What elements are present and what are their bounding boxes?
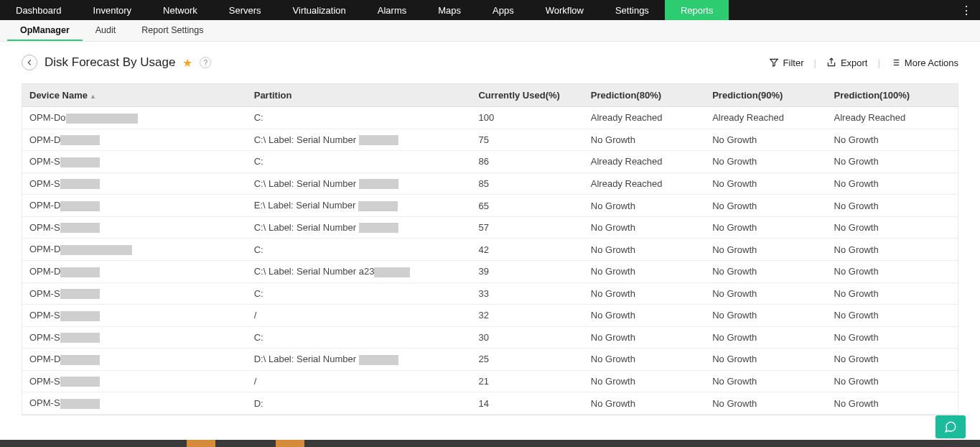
cell-used: 86 (471, 151, 583, 173)
table-row[interactable]: OPM-DC:\ Label: Serial Number 75No Growt… (22, 129, 958, 151)
bottom-bar (0, 440, 980, 447)
filter-button[interactable]: Filter (769, 57, 804, 68)
cell-partition: D:\ Label: Serial Number (247, 349, 472, 371)
col-p100[interactable]: Prediction(100%) (827, 84, 958, 107)
page-actions: Filter | Export | More Actions (769, 57, 958, 68)
table-row[interactable]: OPM-DC:\ Label: Serial Number a2339No Gr… (22, 260, 958, 282)
cell-p80: No Growth (584, 305, 705, 327)
subnav-item-audit[interactable]: Audit (83, 20, 129, 41)
kebab-menu-icon[interactable]: ⋮ (961, 0, 971, 20)
cell-partition: D: (247, 392, 472, 415)
col-used[interactable]: Currently Used(%) (471, 84, 583, 107)
cell-p100: No Growth (827, 129, 958, 151)
cell-used: 33 (471, 282, 583, 305)
col-device[interactable]: Device Name▲ (22, 84, 247, 107)
nav-item-reports[interactable]: Reports (665, 0, 729, 20)
cell-used: 32 (471, 305, 583, 327)
cell-p90: No Growth (705, 195, 826, 217)
cell-partition: C:\ Label: Serial Number (247, 172, 472, 195)
report-table: Device Name▲ Partition Currently Used(%)… (22, 83, 958, 415)
table-row[interactable]: OPM-S/21No GrowthNo GrowthNo Growth (22, 370, 958, 392)
help-icon[interactable]: ? (200, 57, 211, 68)
nav-item-maps[interactable]: Maps (422, 0, 477, 20)
table-row[interactable]: OPM-DC:42No GrowthNo GrowthNo Growth (22, 239, 958, 261)
cell-device: OPM-S (22, 370, 247, 392)
cell-device: OPM-D (22, 195, 247, 217)
table-row[interactable]: OPM-SC:86Already ReachedNo GrowthNo Grow… (22, 151, 958, 173)
cell-p100: No Growth (827, 349, 958, 371)
star-icon[interactable]: ★ (182, 56, 192, 70)
col-p80[interactable]: Prediction(80%) (584, 84, 705, 107)
separator: | (877, 57, 879, 68)
cell-device: OPM-S (22, 282, 247, 305)
export-button[interactable]: Export (826, 57, 868, 68)
cell-p100: No Growth (827, 370, 958, 392)
separator: | (813, 57, 816, 68)
cell-partition: C: (247, 282, 472, 305)
cell-partition: C:\ Label: Serial Number (247, 216, 472, 239)
nav-item-dashboard[interactable]: Dashboard (0, 0, 78, 20)
table-row[interactable]: OPM-DD:\ Label: Serial Number 25No Growt… (22, 349, 958, 371)
cell-p80: No Growth (584, 282, 705, 305)
svg-marker-0 (770, 59, 778, 66)
cell-partition: C:\ Label: Serial Number (247, 129, 472, 151)
cell-used: 75 (471, 129, 583, 151)
nav-item-virtualization[interactable]: Virtualization (277, 0, 362, 20)
cell-device: OPM-D (22, 260, 247, 282)
cell-used: 65 (471, 195, 583, 217)
cell-used: 14 (471, 392, 583, 415)
cell-used: 30 (471, 326, 583, 349)
chat-icon (943, 420, 958, 433)
cell-p100: No Growth (827, 151, 958, 173)
table-row[interactable]: OPM-SD:14No GrowthNo GrowthNo Growth (22, 392, 958, 415)
cell-p80: No Growth (584, 216, 705, 239)
cell-p90: No Growth (705, 349, 826, 371)
back-button[interactable] (22, 55, 37, 70)
cell-device: OPM-D (22, 129, 247, 151)
export-icon (826, 57, 836, 68)
cell-p100: No Growth (827, 239, 958, 261)
cell-partition: / (247, 370, 472, 392)
cell-used: 57 (471, 216, 583, 239)
top-nav: DashboardInventoryNetworkServersVirtuali… (0, 0, 980, 20)
cell-p90: No Growth (705, 151, 826, 173)
cell-partition: C: (247, 107, 472, 129)
table-row[interactable]: OPM-S/32No GrowthNo GrowthNo Growth (22, 305, 958, 327)
nav-item-apps[interactable]: Apps (477, 0, 530, 20)
table-row[interactable]: OPM-SC:30No GrowthNo GrowthNo Growth (22, 326, 958, 349)
cell-p90: No Growth (705, 172, 826, 195)
table-header-row: Device Name▲ Partition Currently Used(%)… (22, 84, 958, 107)
cell-p100: No Growth (827, 172, 958, 195)
table-row[interactable]: OPM-SC:\ Label: Serial Number 57No Growt… (22, 216, 958, 239)
chat-fab[interactable] (935, 415, 966, 438)
cell-p100: No Growth (827, 305, 958, 327)
subnav-item-opmanager[interactable]: OpManager (7, 20, 83, 41)
more-actions-button[interactable]: More Actions (890, 57, 958, 68)
cell-device: OPM-Do (22, 107, 247, 129)
nav-item-network[interactable]: Network (147, 0, 213, 20)
cell-p90: No Growth (705, 282, 826, 305)
cell-p80: No Growth (584, 326, 705, 349)
col-p90[interactable]: Prediction(90%) (705, 84, 826, 107)
sort-icon: ▲ (90, 93, 96, 100)
nav-item-inventory[interactable]: Inventory (78, 0, 147, 20)
col-partition[interactable]: Partition (247, 84, 472, 107)
subnav-item-report-settings[interactable]: Report Settings (129, 20, 216, 41)
table-row[interactable]: OPM-SC:33No GrowthNo GrowthNo Growth (22, 282, 958, 305)
cell-p80: No Growth (584, 392, 705, 415)
table-row[interactable]: OPM-SC:\ Label: Serial Number 85Already … (22, 172, 958, 195)
nav-item-workflow[interactable]: Workflow (530, 0, 599, 20)
nav-item-alarms[interactable]: Alarms (362, 0, 422, 20)
cell-p80: No Growth (584, 195, 705, 217)
cell-p90: No Growth (705, 370, 826, 392)
cell-device: OPM-S (22, 305, 247, 327)
cell-p90: No Growth (705, 239, 826, 261)
cell-p100: No Growth (827, 195, 958, 217)
cell-p100: No Growth (827, 216, 958, 239)
cell-p100: Already Reached (827, 107, 958, 129)
cell-p80: Already Reached (584, 107, 705, 129)
nav-item-settings[interactable]: Settings (599, 0, 665, 20)
table-row[interactable]: OPM-DoC:100Already ReachedAlready Reache… (22, 107, 958, 129)
nav-item-servers[interactable]: Servers (213, 0, 277, 20)
table-row[interactable]: OPM-DE:\ Label: Serial Number 65No Growt… (22, 195, 958, 217)
